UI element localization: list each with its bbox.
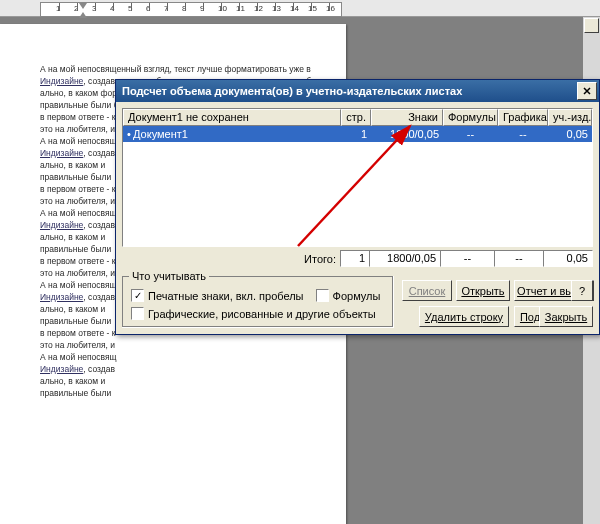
- col-formulas[interactable]: Формулы: [443, 109, 498, 126]
- totals-label: Итого:: [122, 253, 340, 265]
- totals-sheets: 0,05: [543, 250, 593, 267]
- checkbox-label: Формулы: [333, 290, 381, 302]
- delete-row-button[interactable]: Удалить строку: [419, 306, 509, 327]
- totals-chars: 1800/0,05: [369, 250, 441, 267]
- checkbox-label: Графические, рисованные и другие объекты: [148, 308, 376, 320]
- totals-graphics: --: [494, 250, 544, 267]
- list-button[interactable]: Список: [402, 280, 452, 301]
- document-line: Индизайне, создав: [40, 364, 326, 375]
- checkbox-icon: ✓: [131, 289, 144, 302]
- help-button[interactable]: ?: [571, 280, 593, 301]
- cell-formulas: --: [443, 128, 498, 140]
- hanging-indent-marker[interactable]: [79, 12, 87, 18]
- ruler-number: 10: [218, 4, 227, 13]
- totals-formulas: --: [440, 250, 495, 267]
- ruler-number: 13: [272, 4, 281, 13]
- document-line: ально, в каком и: [40, 376, 326, 387]
- col-chars[interactable]: Знаки: [371, 109, 443, 126]
- options-groupbox: Что учитывать ✓ Печатные знаки, вкл. про…: [122, 276, 394, 328]
- groupbox-legend: Что учитывать: [129, 270, 209, 282]
- checkbox-label: Печатные знаки, вкл. пробелы: [148, 290, 304, 302]
- table-row[interactable]: •Документ1 1 1800/0,05 -- -- 0,05: [123, 126, 592, 142]
- checkbox-icon: [131, 307, 144, 320]
- ruler-number: 16: [326, 4, 335, 13]
- document-line: А на мой непосвященный взгляд, текст луч…: [40, 64, 326, 75]
- count-dialog: Подсчет объема документа(ов) в учетно-из…: [115, 79, 600, 335]
- checkbox-icon: [316, 289, 329, 302]
- cell-chars: 1800/0,05: [371, 128, 443, 140]
- first-line-indent-marker[interactable]: [79, 3, 87, 9]
- ruler-number: 14: [290, 4, 299, 13]
- document-line: правильные были: [40, 388, 326, 399]
- document-line: это на любителя, и: [40, 340, 326, 351]
- checkbox-formulas[interactable]: Формулы: [316, 289, 381, 302]
- ruler-number: 11: [236, 4, 245, 13]
- scroll-up-button[interactable]: [584, 18, 599, 33]
- close-button[interactable]: Закрыть: [539, 306, 593, 327]
- checkbox-graphics[interactable]: Графические, рисованные и другие объекты: [131, 307, 376, 320]
- open-button[interactable]: Открыть: [456, 280, 510, 301]
- ruler-number: 15: [308, 4, 317, 13]
- col-name[interactable]: Документ1 не сохранен: [123, 109, 341, 126]
- close-icon[interactable]: [577, 82, 597, 100]
- checkbox-print-chars[interactable]: ✓ Печатные знаки, вкл. пробелы: [131, 289, 304, 302]
- ruler-number: 12: [254, 4, 263, 13]
- horizontal-ruler: 12345678910111213141516 // numbers place…: [0, 0, 600, 17]
- cell-pages: 1: [341, 128, 371, 140]
- list-body[interactable]: •Документ1 1 1800/0,05 -- -- 0,05: [123, 126, 592, 246]
- screen: 12345678910111213141516 // numbers place…: [0, 0, 600, 524]
- col-pages[interactable]: стр.: [341, 109, 371, 126]
- ruler-track[interactable]: 12345678910111213141516: [40, 2, 342, 17]
- document-list: Документ1 не сохранен стр. Знаки Формулы…: [122, 108, 593, 247]
- document-line: А на мой непосвящ: [40, 352, 326, 363]
- totals-row: Итого: 1 1800/0,05 -- -- 0,05: [122, 250, 593, 267]
- cell-name: Документ1: [133, 128, 188, 140]
- col-graphics[interactable]: Графика: [498, 109, 548, 126]
- list-header: Документ1 не сохранен стр. Знаки Формулы…: [123, 109, 592, 126]
- dialog-title: Подсчет объема документа(ов) в учетно-из…: [122, 85, 575, 97]
- col-sheets[interactable]: уч.-изд.л.: [548, 109, 592, 126]
- cell-graphics: --: [498, 128, 548, 140]
- dialog-titlebar[interactable]: Подсчет объема документа(ов) в учетно-из…: [116, 80, 599, 102]
- totals-pages: 1: [340, 250, 370, 267]
- cell-sheets: 0,05: [548, 128, 592, 140]
